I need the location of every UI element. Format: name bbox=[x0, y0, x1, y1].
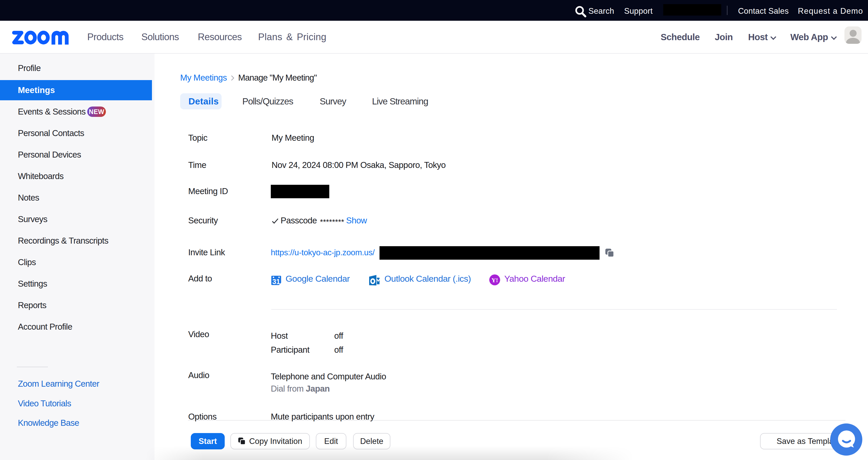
svg-text:31: 31 bbox=[272, 278, 280, 285]
svg-text:Y!: Y! bbox=[491, 277, 498, 284]
